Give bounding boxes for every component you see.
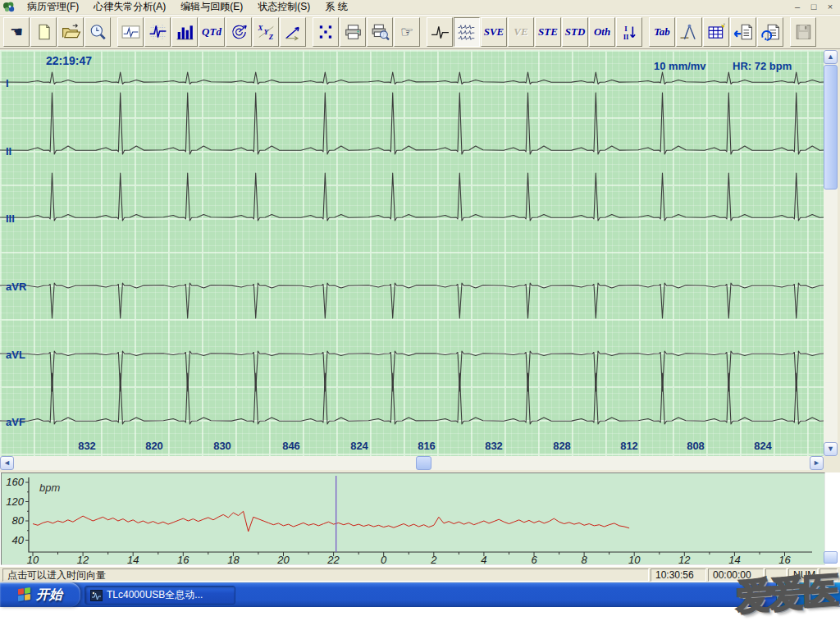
print-button[interactable]: [340, 17, 366, 47]
single-beat-icon: [430, 23, 450, 41]
ecg-strip-panel[interactable]: 22:19:47 10 mm/mv HR: 72 bpm IIIIIIaVRaV…: [0, 50, 824, 456]
edit-table-button[interactable]: [703, 17, 729, 47]
oth-button[interactable]: Oth: [589, 17, 615, 47]
std-button[interactable]: STD: [562, 17, 588, 47]
template-beat-icon: [148, 23, 168, 41]
rr-interval-value: 824: [350, 440, 368, 452]
ecg-view-button[interactable]: [117, 17, 144, 47]
windows-logo-icon: [18, 587, 31, 602]
vertical-scroll-thumb[interactable]: [824, 65, 838, 189]
lead-label-I: I: [6, 77, 9, 89]
close-button[interactable]: ×: [823, 2, 838, 13]
rr-interval-value: 830: [213, 440, 231, 452]
scroll-down-icon[interactable]: ▼: [824, 442, 838, 456]
ecg-wave-icon: [121, 23, 141, 41]
vector-angle-button[interactable]: [280, 17, 306, 47]
menu-items: 病历管理(F)心律失常分析(A)编辑与回顾(E)状态控制(S)系 统: [20, 0, 355, 15]
menu-bar: 病历管理(F)心律失常分析(A)编辑与回顾(E)状态控制(S)系 统 – □ ×: [0, 0, 840, 15]
minimize-button[interactable]: –: [790, 2, 805, 13]
ecg-trace-aVL: [0, 351, 824, 391]
ecg-trace-aVR: [0, 283, 824, 318]
menu-item[interactable]: 系 统: [317, 0, 354, 15]
scatter-icon: [316, 23, 336, 41]
print-preview-icon: [370, 23, 390, 41]
scrollbar-corner: [824, 456, 840, 470]
edit-table-icon: [706, 23, 727, 41]
print-preview-button[interactable]: [367, 17, 393, 47]
horizontal-scrollbar[interactable]: ◄ ►: [0, 456, 824, 470]
trend-x-tick-label: 12: [678, 554, 691, 564]
template-analysis-button[interactable]: [144, 17, 171, 47]
window-controls: – □ ×: [790, 2, 840, 13]
start-button[interactable]: 开始: [0, 582, 80, 607]
tab-button-label: Tab: [654, 25, 670, 39]
multi-strip-button[interactable]: [454, 17, 480, 47]
tab-button[interactable]: Tab: [649, 17, 675, 47]
trend-x-tick-label: 18: [227, 554, 240, 564]
ecg-workspace: 22:19:47 10 mm/mv HR: 72 bpm IIIIIIaVRaV…: [0, 49, 840, 470]
caliper-button[interactable]: [676, 17, 702, 47]
report-redo-button[interactable]: [757, 17, 783, 47]
trend-corner-button[interactable]: [824, 551, 838, 564]
scroll-left-icon[interactable]: ◄: [0, 456, 14, 470]
qtd-button[interactable]: QTd: [199, 17, 225, 47]
point-right-button[interactable]: ☞: [394, 17, 420, 47]
time-search-button[interactable]: [84, 17, 111, 47]
status-message: 点击可以进入时间向量: [2, 568, 649, 582]
point-left-button[interactable]: ☚: [3, 17, 30, 47]
menu-item[interactable]: 心律失常分析(A): [86, 0, 173, 15]
histogram-icon: [175, 23, 195, 41]
open-record-button[interactable]: [57, 17, 84, 47]
scroll-up-icon[interactable]: ▲: [824, 50, 838, 64]
app-icon: [2, 1, 16, 13]
ecg-trace-I: [0, 72, 824, 84]
ve-button-label: VE: [514, 25, 527, 39]
taskbar-task-button[interactable]: TLc4000USB全息动...: [84, 586, 235, 605]
point-left-icon: ☚: [10, 25, 23, 39]
svg-text:Z: Z: [267, 33, 273, 41]
point-right-icon: ☞: [400, 25, 413, 39]
ecg-trace-III: [0, 173, 824, 221]
status-clock: 10:30:56: [651, 568, 706, 582]
horizontal-scroll-thumb[interactable]: [416, 456, 431, 470]
trend-section: 1601208040101214161820220246810121416bpm: [0, 472, 840, 566]
hr-trend-line: [33, 511, 629, 532]
menu-item[interactable]: 编辑与回顾(E): [173, 0, 250, 15]
rr-interval-value: 828: [553, 440, 571, 452]
lead-label-III: III: [6, 212, 15, 225]
menu-item[interactable]: 状态控制(S): [250, 0, 317, 15]
report-redo-icon: [760, 23, 781, 41]
single-beat-button[interactable]: [427, 17, 453, 47]
scatter-plot-button[interactable]: [313, 17, 339, 47]
vertical-scrollbar[interactable]: ▲ ▼: [824, 50, 838, 456]
watermark: 爱爱医: [736, 573, 837, 616]
menu-item[interactable]: 病历管理(F): [20, 0, 86, 15]
histogram-button[interactable]: [171, 17, 198, 47]
heart-rate-label: HR: 72 bpm: [733, 60, 792, 72]
hr-trend-panel[interactable]: 1601208040101214161820220246810121416bpm: [1, 472, 825, 565]
page: { "window": { "controls": { "minimize": …: [0, 0, 840, 630]
lead-select-button[interactable]: III: [616, 17, 642, 47]
trend-x-tick-label: 4: [481, 554, 486, 564]
lead-select-icon: III: [619, 23, 640, 41]
start-button-label: 开始: [36, 587, 62, 604]
scroll-right-icon[interactable]: ►: [810, 456, 824, 470]
vector-loop-button[interactable]: [226, 17, 252, 47]
toolbar: ☚QTdXYZ☞SVEVESTESTDOthIIITab: [0, 15, 840, 49]
report-back-button[interactable]: [730, 17, 756, 47]
rr-interval-value: 832: [78, 440, 96, 452]
qtd-button-label: QTd: [202, 25, 221, 39]
rr-interval-value: 816: [418, 440, 436, 452]
new-record-button[interactable]: [30, 17, 57, 47]
trend-x-tick-label: 6: [531, 554, 537, 564]
xyz-leads-button[interactable]: XYZ: [253, 17, 279, 47]
ve-button: VE: [508, 17, 534, 47]
vector-angle-icon: [283, 23, 304, 41]
restore-button[interactable]: □: [806, 2, 821, 13]
report-back-icon: [733, 23, 754, 41]
sve-button[interactable]: SVE: [481, 17, 507, 47]
printer-icon: [343, 23, 363, 41]
lead-label-aVL: aVL: [6, 349, 25, 361]
trend-x-tick-label: 8: [581, 554, 587, 564]
ste-button[interactable]: STE: [535, 17, 561, 47]
